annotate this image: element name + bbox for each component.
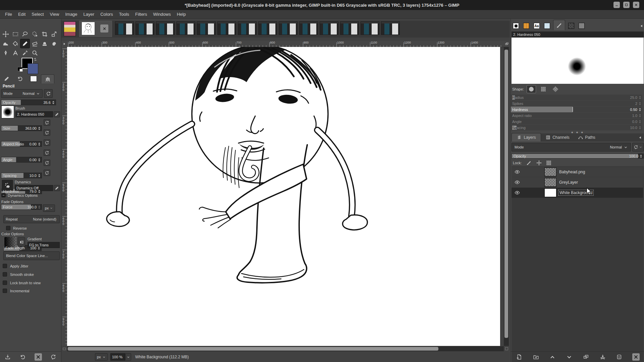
visibility-eye-icon[interactable] bbox=[514, 190, 520, 196]
image-tab-screenshot[interactable] bbox=[381, 21, 400, 35]
menu-file[interactable]: File bbox=[2, 10, 15, 18]
tool-ink[interactable] bbox=[1, 48, 10, 58]
menu-windows[interactable]: Windows bbox=[150, 10, 174, 18]
layer-mode-select[interactable]: Mode Normal bbox=[512, 143, 631, 152]
menu-tools[interactable]: Tools bbox=[116, 10, 132, 18]
incremental-row[interactable]: Incremental bbox=[3, 289, 29, 293]
image-tab-screenshot[interactable] bbox=[320, 21, 338, 35]
background-color-swatch[interactable] bbox=[28, 63, 38, 74]
brush-editor-name-field[interactable]: 2. Hardness 050 bbox=[512, 32, 644, 38]
incremental-checkbox[interactable] bbox=[3, 289, 7, 293]
canvas[interactable] bbox=[67, 47, 500, 346]
merge-down-button[interactable] bbox=[599, 353, 606, 361]
menu-image[interactable]: Image bbox=[62, 10, 80, 18]
tool-fuzzy-select[interactable] bbox=[30, 29, 40, 39]
tool-move[interactable] bbox=[1, 29, 10, 39]
force-reset-button[interactable] bbox=[44, 170, 50, 176]
edit-brush-button[interactable] bbox=[54, 111, 60, 117]
new-layer-button[interactable] bbox=[516, 353, 523, 361]
menu-layer[interactable]: Layer bbox=[80, 10, 98, 18]
close-tab-button[interactable] bbox=[100, 24, 108, 33]
lower-layer-button[interactable] bbox=[566, 353, 573, 361]
lock-pixels-icon[interactable] bbox=[526, 160, 532, 166]
add-mask-button[interactable] bbox=[615, 353, 623, 361]
tool-rectangle-select[interactable] bbox=[10, 29, 20, 39]
tab-image-thumbnail[interactable] bbox=[28, 74, 40, 83]
tab-paths[interactable]: Paths bbox=[574, 133, 599, 141]
reset-tool-options-button[interactable] bbox=[50, 353, 57, 361]
tool-unified-transform[interactable] bbox=[49, 29, 59, 39]
image-tab-screenshot[interactable] bbox=[361, 21, 379, 35]
gradient-reverse-button[interactable] bbox=[18, 237, 25, 247]
tab-gradients[interactable] bbox=[567, 21, 576, 30]
aspect-ratio-slider[interactable]: Aspect Ratio0.00 bbox=[1, 141, 42, 147]
zoom-follow-window-button[interactable] bbox=[504, 41, 509, 47]
opacity-slider[interactable]: Opacity 35.6 bbox=[1, 100, 56, 105]
mode-reset-button[interactable] bbox=[44, 89, 53, 98]
image-tab-screenshot[interactable] bbox=[115, 21, 134, 35]
reverse-checkbox[interactable] bbox=[6, 226, 10, 230]
aspect-ratio-reset-button[interactable] bbox=[44, 129, 50, 136]
raise-layer-button[interactable] bbox=[549, 353, 556, 361]
tab-patterns[interactable] bbox=[522, 21, 531, 30]
menu-filters[interactable]: Filters bbox=[132, 10, 150, 18]
lock-position-icon[interactable] bbox=[536, 160, 542, 166]
force-slider[interactable]: Force100.0 bbox=[1, 204, 42, 210]
tool-text[interactable] bbox=[10, 48, 20, 58]
tab-undo-history[interactable] bbox=[14, 74, 26, 83]
fade-unit-select[interactable]: px bbox=[43, 204, 55, 212]
tool-zoom[interactable] bbox=[30, 48, 40, 58]
brush-name-field[interactable]: 2. Hardness 050 bbox=[15, 111, 53, 117]
dock-collapse-icon[interactable] bbox=[638, 135, 642, 140]
angle-slider[interactable]: Angle0.00 bbox=[1, 157, 42, 163]
quick-mask-toggle[interactable] bbox=[61, 346, 67, 351]
ruler-origin-button[interactable] bbox=[61, 41, 67, 47]
image-tab-screenshot[interactable] bbox=[258, 21, 277, 35]
minimize-button[interactable] bbox=[613, 2, 620, 8]
smooth-stroke-row[interactable]: Smooth stroke bbox=[3, 272, 34, 277]
image-tab-screenshot[interactable] bbox=[136, 21, 154, 35]
layer-row-babyhead[interactable]: Babyhead.png bbox=[512, 167, 643, 177]
tab-brush-editor[interactable] bbox=[553, 20, 565, 30]
layer-row-greylayer[interactable]: GreyLayer bbox=[512, 177, 643, 187]
tab-tool-options[interactable] bbox=[1, 74, 13, 83]
vertical-scrollbar[interactable] bbox=[504, 47, 509, 346]
brush-thumbnail[interactable] bbox=[1, 106, 14, 118]
smooth-stroke-checkbox[interactable] bbox=[3, 272, 7, 277]
menu-colors[interactable]: Colors bbox=[97, 10, 116, 18]
restore-tool-preset-button[interactable] bbox=[19, 353, 26, 361]
hardness-slider[interactable]: Hardness79.0 bbox=[1, 188, 42, 194]
size-reset-button[interactable] bbox=[44, 119, 50, 126]
lock-alpha-icon[interactable] bbox=[546, 161, 551, 165]
delete-layer-button[interactable] bbox=[632, 353, 640, 361]
close-button[interactable] bbox=[633, 2, 639, 8]
unit-select[interactable]: px bbox=[95, 353, 108, 361]
spacing-reset-button[interactable] bbox=[44, 149, 50, 156]
tool-crop[interactable] bbox=[40, 29, 49, 39]
save-tool-preset-button[interactable] bbox=[4, 353, 11, 361]
tool-color-picker[interactable] bbox=[20, 48, 30, 58]
navigation-button[interactable] bbox=[504, 346, 509, 351]
menu-view[interactable]: View bbox=[47, 10, 62, 18]
layer-name[interactable]: Babyhead.png bbox=[559, 170, 585, 174]
shape-square-button[interactable] bbox=[539, 85, 548, 93]
tool-pencil[interactable] bbox=[20, 39, 30, 48]
image-tab-screenshot[interactable] bbox=[217, 21, 236, 35]
apply-jitter-row[interactable]: Apply Jitter bbox=[3, 264, 28, 268]
image-tab-magazine[interactable] bbox=[64, 21, 76, 36]
shape-circle-button[interactable] bbox=[527, 85, 536, 93]
tool-free-select[interactable] bbox=[20, 29, 30, 39]
tab-brushes[interactable] bbox=[512, 21, 520, 30]
menu-help[interactable]: Help bbox=[174, 10, 189, 18]
tool-eraser[interactable] bbox=[30, 39, 40, 48]
image-tab-screenshot[interactable] bbox=[299, 21, 318, 35]
edit-dynamics-button[interactable] bbox=[54, 185, 60, 191]
delete-tool-preset-button[interactable] bbox=[35, 353, 42, 361]
horizontal-scrollbar[interactable] bbox=[67, 346, 504, 351]
dock-collapse-icon[interactable] bbox=[639, 24, 644, 28]
image-tab-screenshot[interactable] bbox=[279, 21, 298, 35]
layer-mode-options-button[interactable] bbox=[632, 143, 644, 152]
fade-length-slider[interactable]: Fade length100 bbox=[3, 245, 42, 251]
image-tab-screenshot[interactable] bbox=[340, 21, 359, 35]
tool-clone[interactable] bbox=[40, 39, 49, 48]
